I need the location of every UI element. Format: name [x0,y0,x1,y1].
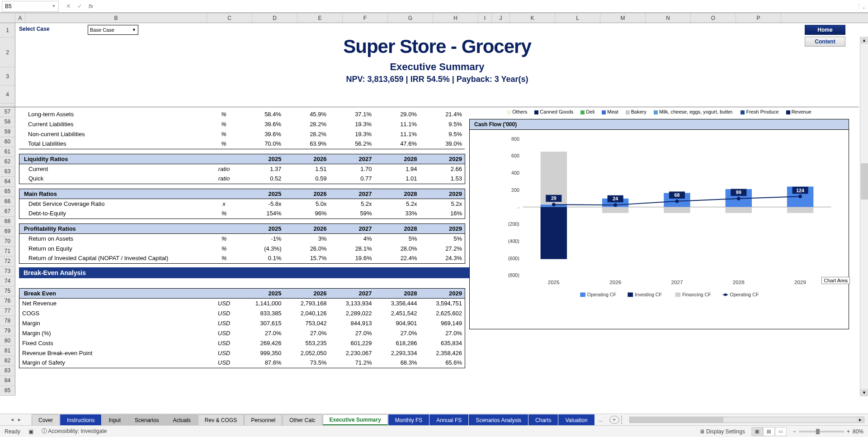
row-header[interactable]: 65 [0,187,15,197]
row-header[interactable]: 58 [0,117,15,127]
display-settings[interactable]: 🖥 Display Settings [699,428,745,435]
column-header-L[interactable]: L [555,13,600,23]
row-header[interactable]: 4 [0,86,15,104]
row-header[interactable]: 72 [0,256,15,266]
column-header-F[interactable]: F [343,13,388,23]
view-page-layout-icon[interactable]: ▤ [763,427,775,436]
row-header[interactable]: 62 [0,157,15,167]
row-header[interactable]: 1 [0,23,15,38]
column-header-O[interactable]: O [691,13,736,23]
column-header-N[interactable]: N [646,13,691,23]
sheet-tab[interactable]: Monthly FS [388,414,429,425]
row-header[interactable]: 81 [0,346,15,356]
confirm-icon[interactable]: ✓ [77,3,82,10]
hscroll-thumb[interactable] [630,417,723,423]
column-header-A[interactable]: A [15,13,25,23]
row-header[interactable]: 75 [0,286,15,296]
formula-bar-expand-icon[interactable]: ⌄ [859,3,868,10]
row-header[interactable]: 66 [0,197,15,207]
zoom-slider[interactable] [799,431,844,432]
main-ratios-table: Main Ratios20252026202720282029Debt Serv… [19,189,465,219]
row-header[interactable]: 77 [0,306,15,316]
zoom-out-icon[interactable]: − [793,428,796,435]
column-header-M[interactable]: M [600,13,646,23]
row-header[interactable]: 78 [0,316,15,326]
row-header[interactable]: 59 [0,127,15,137]
column-header-K[interactable]: K [510,13,555,23]
sheet-tab[interactable]: Executive Summary [323,414,388,425]
zoom-in-icon[interactable]: + [847,428,850,435]
row-header[interactable]: 69 [0,227,15,237]
view-page-break-icon[interactable]: ▭ [775,427,787,436]
cancel-icon[interactable]: ✕ [66,3,71,10]
sheet-tab[interactable]: Actuals [166,414,197,425]
row-header[interactable]: 3 [0,67,15,86]
legend-item: Revenue [786,109,811,114]
row-header[interactable]: 67 [0,207,15,217]
tabs-nav-prev-icon[interactable]: ◄ [10,417,14,422]
sheet-tab[interactable]: Cover [32,414,60,425]
column-header-G[interactable]: G [388,13,433,23]
zoom-control: − + 80% [793,428,863,435]
name-box[interactable]: B5 ▼ [2,1,59,12]
zoom-level[interactable]: 80% [853,428,863,435]
column-header-H[interactable]: H [433,13,478,23]
sheet-tab[interactable]: Instructions [60,414,101,425]
sheet-tab[interactable]: Valuation [558,414,594,425]
row-header[interactable]: 61 [0,147,15,157]
column-header-P[interactable]: P [736,13,781,23]
accessibility-status[interactable]: ⓘ Accessibility: Investigate [42,428,107,435]
sheet-tab[interactable]: Annual FS [429,414,468,425]
tabs-more[interactable]: ... [595,417,607,423]
row-header[interactable]: 2 [0,38,15,67]
row-header[interactable]: 70 [0,237,15,247]
sheet-tab[interactable]: Charts [528,414,558,425]
formula-input[interactable] [99,1,859,12]
scroll-thumb[interactable] [861,163,868,200]
row-header[interactable]: 82 [0,356,15,366]
row-header[interactable]: 74 [0,276,15,286]
row-header[interactable]: 57 [0,107,15,117]
sheet-tab[interactable]: Input [102,414,127,425]
row-header[interactable]: 79 [0,326,15,336]
vertical-scrollbar[interactable]: ▲ ▼ [860,37,868,396]
column-header-E[interactable]: E [297,13,343,23]
content-button[interactable]: Content [805,37,845,47]
view-normal-icon[interactable]: ▦ [751,427,763,436]
sheet-tab[interactable]: Other Calc [283,414,322,425]
row-header[interactable]: 68 [0,217,15,227]
row-header[interactable]: 60 [0,137,15,147]
sheet-tab[interactable]: Rev & COGS [198,414,244,425]
sheet-tab[interactable]: Scenarios [128,414,165,425]
name-box-dropdown-icon[interactable]: ▼ [52,4,56,8]
macro-record-icon[interactable]: ▣ [28,428,33,435]
column-header-I[interactable]: I [478,13,492,23]
row-header[interactable]: 76 [0,296,15,306]
row-header[interactable]: 83 [0,366,15,376]
column-header-B[interactable]: B [25,13,207,23]
tabs-nav-next-icon[interactable]: ► [17,417,22,422]
sheet-tab[interactable]: Scenarios Analysis [469,414,528,425]
row-header[interactable]: 64 [0,177,15,187]
add-sheet-button[interactable]: + [609,416,619,424]
table-row: Return on Equity%(4.3%)26.0%28.1%28.0%27… [19,243,465,253]
horizontal-scrollbar[interactable]: ◄ ► [629,417,864,423]
select-all-triangle[interactable] [0,13,15,23]
worksheet[interactable]: Select Case Base Case ▼ Home Content Sup… [15,23,859,409]
column-header-C[interactable]: C [207,13,252,23]
column-header-D[interactable]: D [252,13,297,23]
row-header[interactable]: 80 [0,336,15,346]
fx-icon[interactable]: fx [89,3,93,10]
row-header[interactable]: 71 [0,247,15,256]
scroll-up-icon[interactable]: ▲ [860,37,868,44]
column-header-J[interactable]: J [492,13,510,23]
row-header[interactable]: 85 [0,386,15,396]
scroll-right-icon[interactable]: ► [857,417,864,423]
scroll-down-icon[interactable]: ▼ [860,389,868,396]
row-header[interactable]: 84 [0,376,15,386]
case-dropdown[interactable]: Base Case ▼ [88,25,138,35]
row-header[interactable]: 73 [0,266,15,276]
row-header[interactable]: 63 [0,167,15,177]
home-button[interactable]: Home [805,25,845,35]
sheet-tab[interactable]: Personnel [244,414,282,425]
